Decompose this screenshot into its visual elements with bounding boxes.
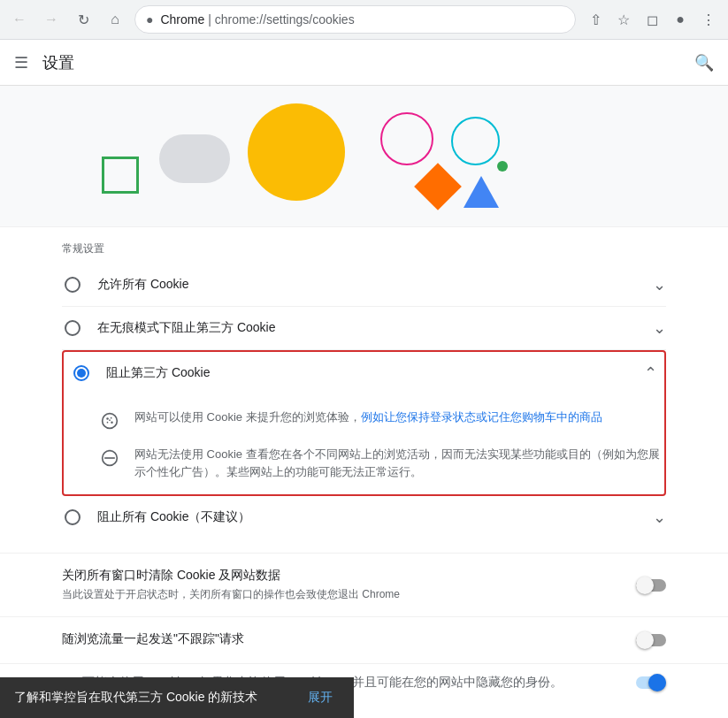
option-block-all-label: 阻止所有 Cookie（不建议）	[97, 509, 653, 525]
chevron-down-icon-3: ⌄	[653, 508, 666, 527]
expanded-item-1-text: 网站可以使用 Cookie 来提升您的浏览体验，例如让您保持登录状态或记住您购物…	[134, 409, 602, 426]
settings-content: 常规设置 允许所有 Cookie ⌄ 在无痕模式下阻止第三方 Cookie ⌄	[0, 86, 728, 718]
radio-block-incognito	[62, 317, 83, 339]
toggle-dnt-title: 随浏览流量一起发送"不跟踪"请求	[62, 631, 622, 647]
back-button[interactable]: ←	[7, 7, 32, 32]
home-button[interactable]: ⌂	[103, 7, 127, 32]
toggle-row-clear-on-close: 关闭所有窗口时清除 Cookie 及网站数据 当此设置处于开启状态时，关闭所有窗…	[0, 553, 728, 616]
forward-button[interactable]: →	[39, 7, 64, 32]
toggle-dnt-knob	[636, 631, 654, 649]
address-bar[interactable]: ● Chrome | chrome://settings/cookies	[134, 5, 576, 34]
expanded-item-2: 网站无法使用 Cookie 查看您在各个不同网站上的浏览活动，因而无法实现某些功…	[99, 439, 664, 487]
toggle-clear-text: 关闭所有窗口时清除 Cookie 及网站数据 当此设置处于开启状态时，关闭所有窗…	[62, 568, 622, 602]
svg-point-5	[109, 419, 111, 421]
toggle-dnt-text: 随浏览流量一起发送"不跟踪"请求	[62, 631, 622, 649]
search-icon[interactable]: 🔍	[694, 53, 714, 73]
option-block-incognito-label: 在无痕模式下阻止第三方 Cookie	[97, 320, 653, 336]
green-dot-shape	[497, 161, 508, 172]
chevron-down-icon: ⌄	[653, 275, 666, 294]
chevron-down-icon-2: ⌄	[653, 318, 666, 338]
toggle-clear-switch[interactable]	[636, 579, 666, 592]
address-text: Chrome | chrome://settings/cookies	[160, 12, 564, 27]
page-title: 设置	[42, 52, 74, 73]
green-rect-shape	[102, 157, 139, 194]
pink-circle-shape	[380, 112, 433, 165]
menu-button[interactable]: ⋮	[696, 7, 721, 32]
option-block-third: 阻止第三方 Cookie ⌃	[62, 350, 666, 496]
expanded-item-2-text: 网站无法使用 Cookie 查看您在各个不同网站上的浏览活动，因而无法实现某些功…	[134, 446, 664, 480]
option-block-incognito[interactable]: 在无痕模式下阻止第三方 Cookie ⌄	[62, 307, 666, 350]
security-icon: ●	[146, 12, 153, 27]
toggle-clear-subtitle: 当此设置处于开启状态时，关闭所有窗口的操作也会致使您退出 Chrome	[62, 587, 622, 602]
toggle-partial-switch[interactable]	[636, 676, 666, 689]
snackbar: 了解和掌控旨在取代第三方 Cookie 的新技术 展开	[0, 677, 354, 718]
orange-diamond-shape	[414, 163, 462, 210]
option-block-third-label: 阻止第三方 Cookie	[106, 365, 644, 381]
toggle-clear-knob	[636, 577, 654, 594]
block-icon	[99, 447, 120, 469]
chevron-up-icon: ⌃	[644, 363, 657, 383]
toggle-row-dnt: 随浏览流量一起发送"不跟踪"请求	[0, 616, 728, 663]
teal-circle-shape	[451, 117, 500, 165]
gray-blob-shape	[159, 134, 230, 183]
general-settings-section: 常规设置 允许所有 Cookie ⌄ 在无痕模式下阻止第三方 Cookie ⌄	[0, 227, 728, 553]
settings-page: ☰ 设置 🔍 常规设置 允许所有 Cookie	[0, 40, 728, 718]
expanded-item-1: 网站可以使用 Cookie 来提升您的浏览体验，例如让您保持登录状态或记住您购物…	[99, 401, 664, 439]
share-button[interactable]: ⇧	[583, 7, 608, 32]
radio-allow-all	[62, 274, 83, 295]
section-label: 常规设置	[62, 241, 666, 256]
radio-block-third	[71, 363, 92, 384]
toggle-dnt-switch[interactable]	[636, 634, 666, 646]
browser-chrome: ← → ↻ ⌂ ● Chrome | chrome://settings/coo…	[0, 0, 728, 40]
option-block-all[interactable]: 阻止所有 Cookie（不建议） ⌄	[62, 496, 666, 538]
option-allow-all[interactable]: 允许所有 Cookie ⌄	[62, 264, 666, 307]
expanded-content: 网站可以使用 Cookie 来提升您的浏览体验，例如让您保持登录状态或记住您购物…	[64, 394, 664, 494]
option-block-third-header[interactable]: 阻止第三方 Cookie ⌃	[64, 352, 664, 394]
hamburger-icon[interactable]: ☰	[14, 53, 28, 73]
snackbar-text: 了解和掌控旨在取代第三方 Cookie 的新技术	[14, 690, 294, 706]
settings-header: ☰ 设置 🔍	[0, 40, 728, 86]
radio-block-all	[62, 507, 83, 528]
toggle-partial-knob	[648, 674, 666, 691]
option-allow-all-label: 允许所有 Cookie	[97, 277, 653, 293]
bookmark-button[interactable]: ☆	[611, 7, 636, 32]
window-button[interactable]: ◻	[640, 7, 664, 32]
profile-button[interactable]: ●	[668, 7, 693, 32]
reload-button[interactable]: ↻	[71, 7, 96, 32]
svg-point-3	[111, 421, 113, 424]
illustration	[0, 86, 728, 227]
blue-triangle-shape	[464, 176, 499, 208]
cookie-icon	[99, 410, 120, 432]
yellow-circle-shape	[248, 103, 345, 201]
svg-point-4	[107, 422, 109, 424]
svg-point-2	[111, 417, 112, 419]
svg-point-1	[106, 417, 109, 420]
toggle-clear-title: 关闭所有窗口时清除 Cookie 及网站数据	[62, 568, 622, 584]
snackbar-action-button[interactable]: 展开	[301, 690, 340, 706]
